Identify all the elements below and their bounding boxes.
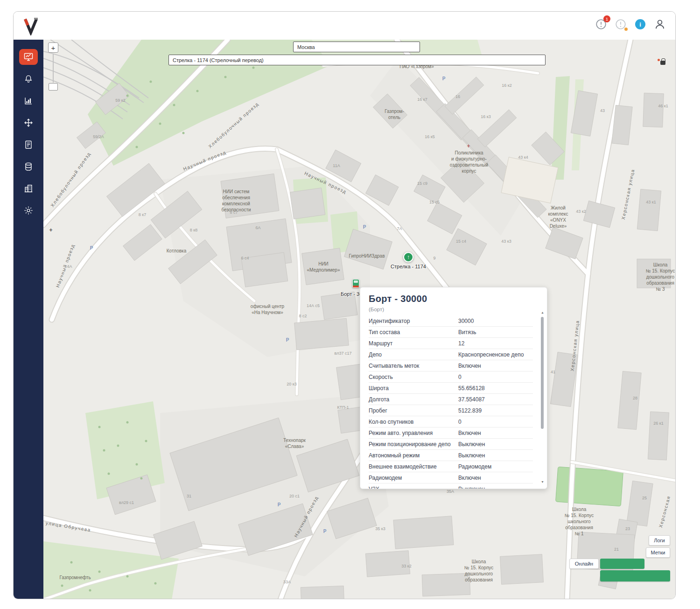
switch-marker-label: Стрелка - 1174 (391, 264, 426, 269)
popup-title: Борт - 30000 (369, 294, 539, 304)
gear-icon (23, 205, 34, 216)
map-canvas[interactable]: Хлебобулочный проездХлебобулочный проезд… (43, 40, 676, 599)
marks-button[interactable]: Метки (646, 547, 670, 558)
topbar: 1 i (14, 12, 675, 40)
property-row: Кол-во спутников0 (369, 416, 533, 427)
bar-chart-icon (23, 96, 34, 106)
switch-marker[interactable] (403, 252, 413, 262)
info-button[interactable]: i (634, 18, 646, 30)
scroll-down-icon[interactable]: ▼ (540, 480, 545, 484)
report-icon (23, 140, 34, 150)
info-icon: i (635, 19, 645, 29)
sidebar (14, 40, 43, 599)
warnings-button[interactable] (615, 18, 627, 30)
property-row: Пробег5122.839 (369, 405, 533, 416)
map-monitor-icon (23, 51, 34, 63)
online-button[interactable]: Онлайн (569, 559, 599, 569)
city-search-input[interactable] (293, 42, 420, 52)
popup-subtitle: (Борт) (369, 307, 539, 312)
property-row: Маршрут12 (369, 338, 533, 349)
property-row: ДепоКраснопресненское депо (369, 349, 533, 360)
object-selector-input[interactable] (168, 55, 546, 65)
topbar-icons: 1 i (595, 18, 666, 30)
bell-icon (23, 74, 34, 84)
sidebar-item-monitoring[interactable] (19, 49, 38, 65)
popup-scrollbar[interactable]: ▲ ▼ (540, 311, 545, 484)
database-icon (23, 161, 34, 172)
sidebar-item-notifications[interactable] (19, 71, 38, 87)
property-row: Режим позиционирование депоВыключен (369, 439, 533, 450)
property-row: Режим авто. управленияВключен (369, 427, 533, 439)
popup-scrollbar-thumb[interactable] (541, 317, 544, 429)
lock-icon (660, 61, 665, 65)
sidebar-item-routes[interactable] (19, 115, 38, 131)
zoom-slider-track (53, 54, 54, 83)
popup-properties: Идентификатор30000Тип составаВитязьМаршр… (369, 315, 533, 489)
property-row: V2XВыключен (369, 483, 533, 489)
sidebar-item-database[interactable] (19, 159, 38, 175)
alerts-badge: 1 (603, 15, 610, 22)
sidebar-item-depot[interactable] (19, 181, 38, 196)
warnings-dot (624, 28, 628, 31)
zoom-slider-handle[interactable] (49, 83, 58, 91)
property-row: Широта55.656128 (369, 383, 533, 394)
building-icon (23, 183, 34, 194)
scroll-up-icon[interactable]: ▲ (540, 311, 545, 315)
property-row: Автономный режимВыключен (369, 450, 533, 461)
alerts-button[interactable]: 1 (595, 18, 607, 30)
green-action-button-2[interactable] (600, 570, 670, 581)
property-row: Долгота37.554087 (369, 394, 533, 405)
sidebar-item-statistics[interactable] (19, 93, 38, 109)
app-window: 1 i (13, 11, 676, 599)
property-row: РадиомодемВключен (369, 472, 533, 483)
property-row: Тип составаВитязь (369, 327, 533, 338)
arrows-icon (23, 118, 34, 128)
green-action-button-1[interactable] (600, 559, 644, 569)
tram-marker[interactable] (352, 279, 359, 288)
property-row: Идентификатор30000 (369, 315, 533, 327)
vehicle-popup: Борт - 30000 (Борт) Идентификатор30000Ти… (360, 287, 547, 489)
logs-button[interactable]: Логи (649, 535, 670, 546)
app-logo[interactable] (21, 16, 41, 35)
profile-button[interactable] (654, 18, 666, 30)
sidebar-item-settings[interactable] (19, 203, 38, 218)
zoom-in-button[interactable]: + (48, 42, 58, 53)
property-row: Считыватель метокВключен (369, 360, 533, 371)
property-row: Внешнее взаимодействиеРадиомодем (369, 461, 533, 472)
sidebar-item-reports[interactable] (19, 137, 38, 153)
property-row: Скорость0 (369, 371, 533, 383)
